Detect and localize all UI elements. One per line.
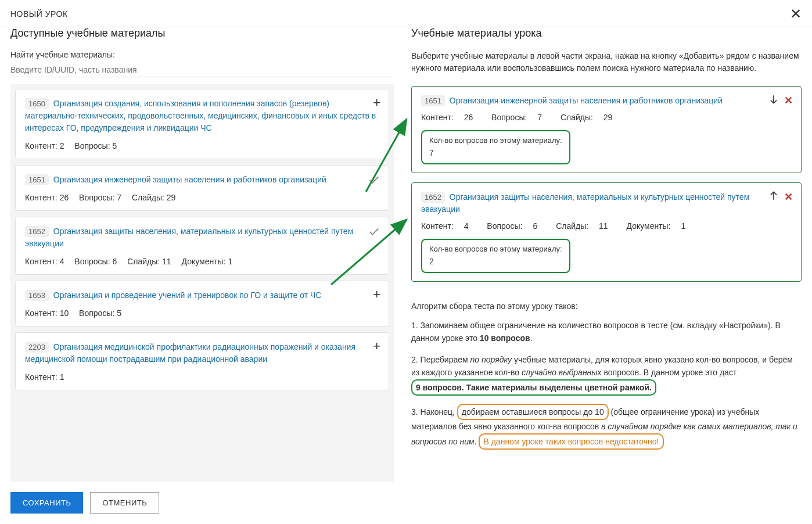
material-title[interactable]: Организация медицинской профилактики рад…	[25, 342, 355, 364]
highlight-green: 9 вопросов. Такие материалы выделены цве…	[411, 379, 656, 396]
material-meta: Контент: 26 Вопросы: 7 Слайды: 29	[25, 193, 379, 202]
material-meta: Контент: 4 Вопросы: 6 Слайды: 11 Докумен…	[25, 257, 379, 266]
selected-card: 1652 Организация защиты населения, матер…	[411, 182, 802, 282]
instructions-text: Выберите учебные материалы в левой части…	[411, 50, 802, 74]
material-id: 1653	[25, 290, 49, 301]
algo-step-2: 2. Перебираем по порядку учебные материа…	[411, 353, 802, 396]
material-meta: Контент: 2 Вопросы: 5	[25, 141, 379, 150]
question-count-box: Кол-во вопросов по этому материалу: 7	[421, 130, 570, 164]
material-card: 1650 Организация создания, использования…	[15, 89, 389, 159]
add-icon[interactable]: +	[373, 340, 380, 353]
material-card: 1652 Организация защиты населения, матер…	[15, 217, 389, 275]
highlight-orange: добираем оставшиеся вопросы до 10	[457, 404, 609, 420]
selected-card: 1651 Организация инженерной защиты насел…	[411, 86, 802, 173]
material-card: 1653 Организация и проведение учений и т…	[15, 281, 389, 326]
check-icon	[368, 174, 380, 188]
remove-icon[interactable]: ✕	[784, 94, 793, 107]
search-input[interactable]	[10, 63, 394, 77]
material-meta: Контент: 1	[25, 372, 379, 382]
material-id: 1650	[25, 98, 49, 109]
remove-icon[interactable]: ✕	[784, 191, 793, 203]
selected-meta: Контент: 26 Вопросы: 7 Слайды: 29	[421, 113, 792, 122]
save-button[interactable]: СОХРАНИТЬ	[10, 492, 83, 514]
material-id: 1652	[25, 226, 49, 237]
move-up-icon[interactable]	[768, 190, 779, 203]
algo-title: Алгоритм сбора теста по этому уроку тако…	[411, 302, 802, 311]
selected-id: 1652	[421, 192, 445, 203]
search-label: Найти учебные материалы:	[10, 50, 394, 59]
material-meta: Контент: 10 Вопросы: 5	[25, 308, 379, 318]
question-count-box: Кол-во вопросов по этому материалу: 2	[421, 239, 570, 273]
material-title[interactable]: Организация инженерной защиты населения …	[53, 175, 326, 184]
question-count-input[interactable]: 2	[429, 257, 562, 266]
highlight-orange-warning: В данном уроке таких вопросов недостаточ…	[479, 433, 663, 450]
algo-step-1: 1. Запоминаем общее ограничение на колич…	[411, 319, 802, 345]
selected-title-link[interactable]: Организация инженерной защиты населения …	[450, 96, 757, 105]
material-title[interactable]: Организация защиты населения, материальн…	[25, 227, 353, 248]
material-card: 1651 Организация инженерной защиты насел…	[15, 165, 389, 211]
add-icon[interactable]: +	[373, 96, 380, 109]
modal-title: НОВЫЙ УРОК	[10, 9, 68, 19]
question-count-input[interactable]: 7	[429, 148, 562, 157]
selected-meta: Контент: 4 Вопросы: 6 Слайды: 11 Докумен…	[421, 221, 792, 231]
move-down-icon[interactable]	[768, 94, 779, 107]
material-id: 2203	[25, 342, 49, 353]
close-icon[interactable]: ✕	[790, 7, 802, 21]
material-id: 1651	[25, 174, 49, 185]
algo-step-3: 3. Наконец, добираем оставшиеся вопросы …	[411, 404, 802, 450]
selected-id: 1651	[421, 95, 445, 106]
check-icon	[368, 225, 380, 240]
material-title[interactable]: Организация и проведение учений и тренир…	[53, 290, 322, 300]
selected-title: Учебные материалы урока	[411, 27, 802, 40]
selected-title-link[interactable]: Организация защиты населения, материальн…	[421, 192, 749, 214]
add-icon[interactable]: +	[373, 288, 380, 301]
material-title[interactable]: Организация создания, использования и по…	[25, 99, 376, 132]
available-list[interactable]: 1650 Организация создания, использования…	[10, 84, 394, 482]
cancel-button[interactable]: ОТМЕНИТЬ	[90, 492, 159, 514]
material-card: 2203 Организация медицинской профилактик…	[15, 332, 389, 390]
available-title: Доступные учебные материалы	[10, 27, 394, 40]
